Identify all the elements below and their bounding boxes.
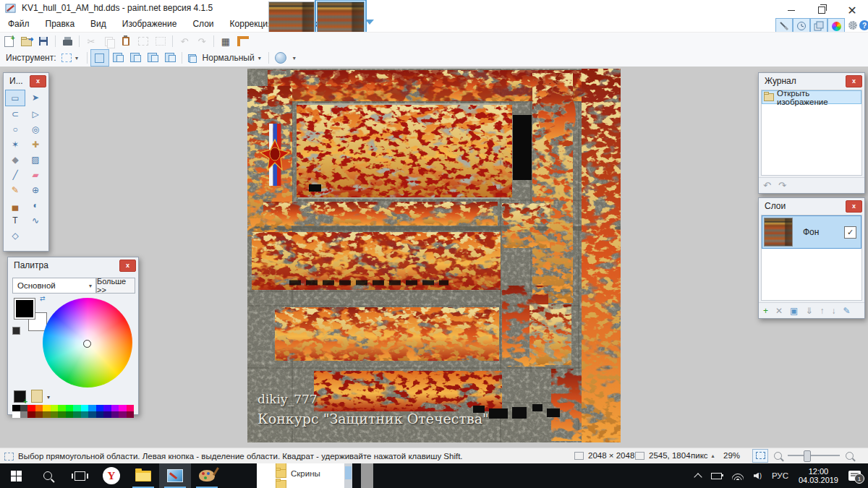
taskbar-explorer-button[interactable]: [127, 463, 159, 488]
layers-window-titlebar[interactable]: Слои x: [759, 198, 864, 214]
menu-item[interactable]: Изображение: [114, 16, 185, 32]
tool-pan[interactable]: ✚: [25, 137, 46, 152]
color-swatch[interactable]: [96, 411, 104, 418]
tool-chooser-button[interactable]: ▾: [56, 50, 84, 66]
color-wheel[interactable]: [43, 298, 132, 388]
color-swatch[interactable]: [43, 411, 51, 418]
image-list-chevron-icon[interactable]: [365, 20, 374, 25]
color-swatch[interactable]: [66, 411, 74, 418]
delete-layer-button[interactable]: ✕: [775, 306, 783, 316]
zoom-out-button[interactable]: [774, 452, 782, 460]
tool-text[interactable]: T: [5, 213, 25, 228]
color-wheel-cursor[interactable]: [83, 340, 91, 348]
paste-button[interactable]: [117, 33, 135, 49]
tool-recolor[interactable]: ◐: [25, 197, 46, 213]
tool-lasso-select[interactable]: ⊂: [5, 106, 25, 121]
volume-icon[interactable]: ): [754, 472, 762, 479]
selection-mode-subtract[interactable]: [127, 49, 144, 65]
taskbar-clock[interactable]: 12:00 04.03.2019: [799, 467, 838, 485]
deselect-button[interactable]: [152, 33, 169, 49]
antialiasing-button[interactable]: [272, 50, 289, 66]
tool-zoom[interactable]: ◎: [25, 121, 46, 137]
wifi-icon[interactable]: [732, 472, 744, 480]
color-swatch[interactable]: [27, 411, 35, 418]
color-swatch[interactable]: [111, 411, 119, 418]
copy-button[interactable]: [100, 33, 117, 49]
tools-window-close-button[interactable]: x: [30, 75, 46, 87]
color-swatch[interactable]: [119, 405, 127, 411]
action-center-button[interactable]: 1: [848, 471, 861, 481]
tool-eraser[interactable]: ▰: [25, 167, 46, 182]
history-undo-button[interactable]: ↶: [763, 180, 771, 191]
popup-item-partial-bottom[interactable]: [257, 479, 352, 488]
save-button[interactable]: [35, 33, 52, 49]
tool-clone-stamp[interactable]: ▄: [5, 197, 25, 213]
undo-button[interactable]: ↶: [176, 33, 193, 49]
menu-item[interactable]: Файл: [0, 16, 38, 32]
palette-more-button[interactable]: Больше >>: [96, 278, 135, 294]
tools-window-titlebar[interactable]: И... x: [4, 73, 48, 89]
palette-window-close-button[interactable]: x: [119, 260, 136, 272]
open-button[interactable]: ➜: [17, 33, 35, 49]
palette-mode-select[interactable]: Основной ▾: [12, 278, 96, 294]
palette-manager-button[interactable]: [31, 390, 43, 403]
tool-paintbrush[interactable]: ╱: [5, 167, 25, 182]
taskbar-yandex-button[interactable]: Y: [95, 463, 127, 488]
crop-to-selection-button[interactable]: [135, 33, 152, 49]
primary-color-swatch[interactable]: [14, 298, 35, 320]
color-swatch[interactable]: [12, 411, 20, 418]
add-layer-button[interactable]: +: [763, 306, 768, 316]
layer-visibility-checkbox[interactable]: ✓: [844, 226, 856, 239]
tray-expand-chevron-icon[interactable]: [694, 473, 702, 481]
menu-item[interactable]: Слои: [184, 16, 221, 32]
history-window-close-button[interactable]: x: [846, 75, 862, 87]
blend-mode-dropdown[interactable]: ▾: [258, 55, 261, 61]
color-swatch[interactable]: [81, 411, 89, 418]
zoom-in-button[interactable]: [846, 452, 854, 460]
color-swatch[interactable]: [88, 405, 96, 411]
start-button[interactable]: [0, 463, 32, 488]
units-ruler-button[interactable]: [234, 33, 252, 49]
swap-colors-icon[interactable]: ⇄: [40, 295, 46, 302]
units-select[interactable]: пикс ▴: [691, 448, 715, 463]
reset-colors-icon[interactable]: [12, 327, 20, 335]
add-color-button[interactable]: [14, 390, 26, 403]
color-swatch[interactable]: [12, 405, 20, 411]
taskbar-paint-button[interactable]: [191, 463, 223, 488]
color-swatch[interactable]: [58, 405, 66, 411]
duplicate-layer-button[interactable]: ▣: [790, 306, 798, 316]
history-entry[interactable]: Открыть изображение: [762, 90, 861, 104]
pixel-grid-button[interactable]: ▦: [217, 33, 234, 49]
taskbar-search-button[interactable]: [32, 463, 64, 488]
tool-magic-wand[interactable]: ✶: [5, 137, 25, 152]
tool-ellipse-select[interactable]: ○: [5, 121, 25, 137]
color-swatch[interactable]: [127, 411, 135, 418]
merge-down-button[interactable]: ⇓: [805, 306, 812, 316]
print-button[interactable]: [59, 33, 76, 49]
zoom-slider-thumb[interactable]: [804, 450, 811, 462]
color-swatch[interactable]: [51, 405, 59, 411]
color-swatch[interactable]: [35, 411, 43, 418]
popup-scrollbar[interactable]: [344, 463, 352, 488]
tool-line-curve[interactable]: ∿: [25, 213, 46, 228]
layers-window-close-button[interactable]: x: [846, 200, 862, 213]
color-swatch[interactable]: [103, 405, 111, 411]
color-swatch[interactable]: [119, 411, 127, 418]
color-swatch[interactable]: [43, 405, 51, 411]
palette-window-titlebar[interactable]: Палитра x: [8, 257, 138, 273]
zoom-to-window-button[interactable]: [752, 449, 768, 463]
color-swatch[interactable]: [73, 405, 81, 411]
color-swatch[interactable]: [27, 405, 35, 411]
tool-shapes[interactable]: ◇: [5, 228, 25, 243]
redo-button[interactable]: ↷: [193, 33, 210, 49]
color-swatch[interactable]: [88, 411, 96, 418]
move-layer-up-button[interactable]: ↑: [820, 306, 824, 316]
help-button[interactable]: ?: [856, 18, 868, 33]
tool-move-selection[interactable]: ▷: [25, 106, 46, 121]
zoom-slider[interactable]: [788, 455, 840, 456]
color-swatch[interactable]: [96, 405, 104, 411]
history-window-titlebar[interactable]: Журнал x: [759, 73, 864, 89]
tool-color-picker[interactable]: ⊕: [25, 182, 46, 197]
color-swatch[interactable]: [81, 405, 89, 411]
history-redo-button[interactable]: ↷: [778, 180, 786, 191]
